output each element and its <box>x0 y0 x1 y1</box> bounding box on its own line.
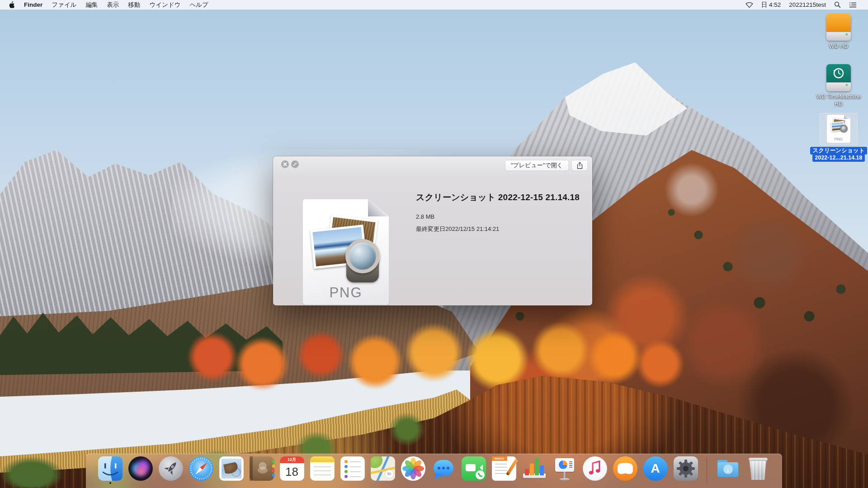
download-arrow-icon: ↓ <box>723 465 733 474</box>
dock-item-contacts[interactable] <box>250 456 274 484</box>
safari-icon <box>189 456 213 481</box>
pages-icon: PAGES <box>492 456 516 481</box>
dock-separator <box>707 457 707 483</box>
photos-icon <box>401 456 425 481</box>
dock-item-appstore[interactable]: A <box>643 456 668 484</box>
reminders-icon <box>340 456 365 481</box>
siri-icon <box>128 456 153 481</box>
user-menu[interactable]: 20221215test <box>785 0 830 9</box>
time-machine-icon <box>832 66 845 80</box>
icon-selection-box: PNG <box>820 113 858 145</box>
dock-item-safari[interactable] <box>189 456 213 484</box>
apple-menu[interactable] <box>8 0 19 9</box>
menu-item-edit[interactable]: 編集 <box>81 0 103 9</box>
calendar-month: 12月 <box>280 456 304 463</box>
maps-icon: 3D <box>371 456 395 481</box>
numbers-icon <box>522 456 547 481</box>
facetime-icon <box>462 456 486 481</box>
share-button[interactable] <box>571 160 588 171</box>
menu-item-help[interactable]: ヘルプ <box>185 0 213 9</box>
label-line-1: スクリーンショット <box>810 147 868 155</box>
drive-top <box>826 64 851 82</box>
desktop-icon-wd-timemachine-hd[interactable]: WD TimeMachine HD <box>811 64 866 108</box>
calendar-icon: 12月 18 <box>280 456 304 481</box>
menu-bar: Finder ファイル 編集 表示 移動 ウインドウ ヘルプ 日 4:52 20… <box>0 0 868 10</box>
notes-icon <box>310 456 335 481</box>
fullscreen-icon <box>293 162 297 166</box>
dock-item-messages[interactable] <box>431 456 456 484</box>
drive-led <box>846 84 848 86</box>
menu-bar-left: Finder ファイル 編集 表示 移動 ウインドウ ヘルプ <box>0 0 213 9</box>
wifi-status[interactable] <box>741 0 757 9</box>
dock-item-pages[interactable]: PAGES <box>492 456 516 484</box>
wifi-icon <box>745 1 753 8</box>
maps-3d-badge: 3D <box>385 469 394 479</box>
drive-led <box>846 33 848 35</box>
selected-icon-label: スクリーンショット 2022-12...21.14.18 <box>811 147 866 162</box>
menu-clock[interactable]: 日 4:52 <box>757 0 785 9</box>
downloads-folder-icon: ↓ <box>716 456 740 481</box>
dock-item-reminders[interactable] <box>340 456 365 484</box>
share-icon <box>577 162 583 169</box>
file-info: スクリーンショット 2022-12-15 21.14.18 2.8 MB 最終変… <box>416 192 584 233</box>
dock: 12月 18 3D <box>86 454 782 488</box>
dock-item-finder[interactable] <box>98 456 123 484</box>
dock-item-calendar[interactable]: 12月 18 <box>280 456 304 484</box>
desktop-icon-screenshot-png[interactable]: PNG スクリーンショット 2022-12...21.14.18 <box>811 113 866 162</box>
dock-item-notes[interactable] <box>310 456 335 484</box>
label-line-1: WD TimeMachine <box>811 93 866 100</box>
dock-item-system-preferences[interactable] <box>674 456 698 484</box>
loupe-glass <box>345 239 380 273</box>
loupe-icon <box>344 239 382 282</box>
keynote-icon <box>552 456 577 481</box>
menu-item-go[interactable]: 移動 <box>124 0 145 9</box>
gear-icon <box>676 459 696 479</box>
dock-item-siri[interactable] <box>128 456 153 484</box>
itunes-icon <box>583 456 607 481</box>
open-with-preview-button[interactable]: "プレビュー"で開く <box>505 160 569 171</box>
label-line-2: HD <box>811 100 866 108</box>
running-indicator <box>109 482 111 484</box>
launchpad-icon <box>159 456 183 481</box>
external-drive-orange-icon <box>826 14 851 41</box>
dock-item-maps[interactable]: 3D <box>371 456 395 484</box>
dock-item-trash[interactable] <box>746 456 770 484</box>
desktop-icon-wd-hd[interactable]: WD HD <box>811 14 866 50</box>
dock-item-photos[interactable] <box>401 456 425 484</box>
dock-item-numbers[interactable] <box>522 456 547 484</box>
label-line-2: 2022-12...21.14.18 <box>812 154 865 162</box>
menu-item-file[interactable]: ファイル <box>47 0 81 9</box>
drive-top <box>826 14 851 32</box>
drive-bottom <box>826 82 851 91</box>
notification-center[interactable] <box>845 0 861 9</box>
pages-banner: PAGES <box>492 456 507 461</box>
menu-item-finder[interactable]: Finder <box>19 0 47 9</box>
dock-item-mail[interactable] <box>219 456 244 484</box>
mail-icon <box>219 456 244 481</box>
spotlight-search[interactable] <box>830 0 845 9</box>
search-icon <box>834 1 841 8</box>
system-preferences-icon <box>674 456 698 481</box>
file-size: 2.8 MB <box>416 213 584 220</box>
dock-item-keynote[interactable] <box>552 456 577 484</box>
dock-item-itunes[interactable] <box>583 456 607 484</box>
fullscreen-button[interactable] <box>291 160 299 168</box>
dock-item-downloads[interactable]: ↓ <box>716 456 740 484</box>
ibooks-icon <box>613 456 637 481</box>
close-button[interactable] <box>281 160 289 168</box>
notification-list-icon <box>849 1 857 8</box>
finder-icon <box>98 456 123 481</box>
dock-item-ibooks[interactable] <box>613 456 637 484</box>
contacts-icon <box>250 456 274 481</box>
calendar-day: 18 <box>280 463 304 481</box>
window-titlebar[interactable]: "プレビュー"で開く <box>273 156 592 173</box>
desktop-icon-label: WD TimeMachine HD <box>811 93 866 108</box>
dock-item-launchpad[interactable] <box>159 456 183 484</box>
dock-item-facetime[interactable] <box>462 456 486 484</box>
menu-item-window[interactable]: ウインドウ <box>145 0 185 9</box>
menu-bar-right: 日 4:52 20221215test <box>741 0 868 9</box>
menu-item-view[interactable]: 表示 <box>103 0 124 9</box>
quick-look-window: "プレビュー"で開く PNG <box>273 156 592 305</box>
username-text: 20221215test <box>789 1 826 8</box>
messages-icon <box>431 456 456 481</box>
